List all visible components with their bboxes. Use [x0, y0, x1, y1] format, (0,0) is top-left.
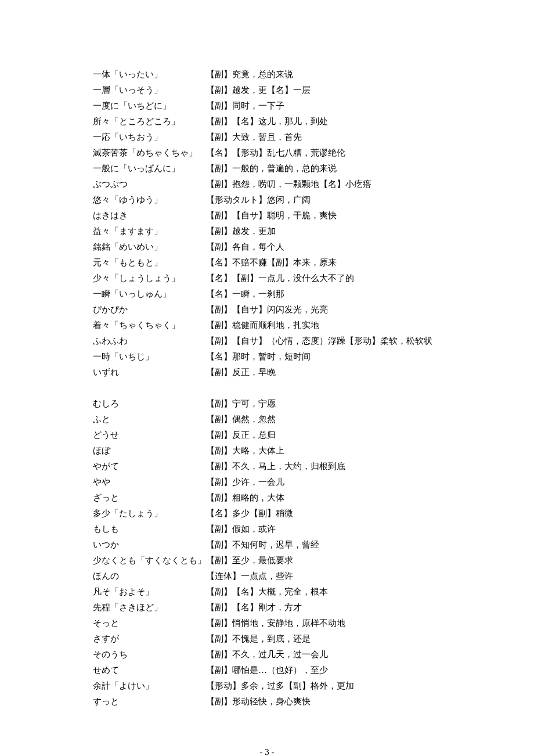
term: 凡そ「およそ」 — [93, 584, 206, 600]
definition: 【副】大致，暂且，首先 — [206, 129, 441, 145]
definition: 【副】偶然，忽然 — [206, 412, 441, 427]
vocabulary-entry: 一瞬「いっしゅん」【名】一瞬，一刹那 — [93, 286, 441, 302]
term: 滅茶苦茶「めちゃくちゃ」 — [93, 145, 206, 161]
term: ざっと — [93, 490, 206, 506]
term: 着々「ちゃくちゃく」 — [93, 318, 206, 333]
term: 一体「いったい」 — [93, 67, 206, 82]
definition: 【副】不愧是，到底，还是 — [206, 631, 441, 647]
vocabulary-entry: 一般に「いっぱんに」【副】一般的，普遍的，总的来说 — [93, 161, 441, 177]
term: 所々「ところどころ」 — [93, 114, 206, 129]
vocabulary-entry: むしろ【副】宁可，宁愿 — [93, 396, 441, 412]
definition: 【副】【自サ】（心情，态度）浮躁【形动】柔软，松软状 — [206, 333, 441, 349]
definition: 【副】稳健而顺利地，扎实地 — [206, 318, 441, 333]
vocabulary-entry: ぴかぴか【副】【自サ】闪闪发光，光亮 — [93, 302, 441, 318]
definition: 【名】【形动】乱七八糟，荒谬绝伦 — [206, 145, 441, 161]
vocabulary-list-b: むしろ【副】宁可，宁愿ふと【副】偶然，忽然どうせ【副】反正，总归ほぼ【副】大略，… — [93, 396, 441, 710]
definition: 【副】【名】这儿，那儿，到处 — [206, 114, 441, 129]
term: やがて — [93, 459, 206, 474]
vocabulary-entry: ほぼ【副】大略，大体上 — [93, 443, 441, 459]
definition: 【形动タルト】悠闲，广阔 — [206, 192, 441, 208]
vocabulary-entry: どうせ【副】反正，总归 — [93, 427, 441, 443]
vocabulary-entry: 銘銘「めいめい」【副】各自，每个人 — [93, 239, 441, 255]
definition: 【名】多少【副】稍微 — [206, 506, 441, 521]
definition: 【副】【自サ】闪闪发光，光亮 — [206, 302, 441, 318]
vocabulary-list-a: 一体「いったい」【副】究竟，总的来说一層「いっそう」【副】越发，更【名】一层一度… — [93, 67, 441, 380]
term: 一層「いっそう」 — [93, 82, 206, 98]
vocabulary-entry: 少々「しょうしょう」【名】【副】一点儿，没什么大不了的 — [93, 271, 441, 286]
section-spacer — [93, 380, 441, 396]
vocabulary-entry: 多少「たしょう」【名】多少【副】稍微 — [93, 506, 441, 521]
definition: 【副】形动轻快，身心爽快 — [206, 694, 441, 710]
term: もしも — [93, 521, 206, 537]
term: ほぼ — [93, 443, 206, 459]
term: そのうち — [93, 647, 206, 663]
term: はきはき — [93, 208, 206, 224]
term: 一応「いちおう」 — [93, 129, 206, 145]
definition: 【副】不知何时，迟早，曾经 — [206, 537, 441, 553]
term: ほんの — [93, 568, 206, 584]
vocabulary-entry: 着々「ちゃくちゃく」【副】稳健而顺利地，扎实地 — [93, 318, 441, 333]
definition: 【副】反正，总归 — [206, 427, 441, 443]
definition: 【副】粗略的，大体 — [206, 490, 441, 506]
term: 余計「よけい」 — [93, 678, 206, 694]
term: 一般に「いっぱんに」 — [93, 161, 206, 177]
term: どうせ — [93, 427, 206, 443]
vocabulary-entry: さすが【副】不愧是，到底，还是 — [93, 631, 441, 647]
definition: 【连体】一点点，些许 — [206, 568, 441, 584]
term: 一瞬「いっしゅん」 — [93, 286, 206, 302]
term: 一時「いちじ」 — [93, 349, 206, 365]
vocabulary-entry: ほんの【连体】一点点，些许 — [93, 568, 441, 584]
vocabulary-entry: ざっと【副】粗略的，大体 — [93, 490, 441, 506]
vocabulary-entry: そのうち【副】不久，过几天，过一会儿 — [93, 647, 441, 663]
definition: 【副】大略，大体上 — [206, 443, 441, 459]
term: せめて — [93, 663, 206, 678]
vocabulary-entry: いつか【副】不知何时，迟早，曾经 — [93, 537, 441, 553]
vocabulary-entry: 一体「いったい」【副】究竟，总的来说 — [93, 67, 441, 82]
definition: 【副】越发，更加 — [206, 224, 441, 239]
vocabulary-entry: はきはき【副】【自サ】聪明，干脆，爽快 — [93, 208, 441, 224]
vocabulary-entry: 一応「いちおう」【副】大致，暂且，首先 — [93, 129, 441, 145]
definition: 【副】哪怕是…（也好），至少 — [206, 663, 441, 678]
vocabulary-entry: 悠々「ゆうゆう」【形动タルト】悠闲，广阔 — [93, 192, 441, 208]
vocabulary-entry: ふと【副】偶然，忽然 — [93, 412, 441, 427]
term: いずれ — [93, 365, 206, 380]
term: 元々「もともと」 — [93, 255, 206, 271]
definition: 【副】究竟，总的来说 — [206, 67, 441, 82]
definition: 【副】【自サ】聪明，干脆，爽快 — [206, 208, 441, 224]
vocabulary-entry: いずれ【副】反正，早晚 — [93, 365, 441, 380]
definition: 【副】越发，更【名】一层 — [206, 82, 441, 98]
definition: 【副】少许，一会儿 — [206, 474, 441, 490]
vocabulary-entry: ふわふわ【副】【自サ】（心情，态度）浮躁【形动】柔软，松软状 — [93, 333, 441, 349]
vocabulary-entry: 先程「さきほど」【副】【名】刚才，方才 — [93, 600, 441, 615]
vocabulary-entry: 元々「もともと」【名】不赔不赚【副】本来，原来 — [93, 255, 441, 271]
term: さすが — [93, 631, 206, 647]
vocabulary-entry: もしも【副】假如，或许 — [93, 521, 441, 537]
term: いつか — [93, 537, 206, 553]
definition: 【副】至少，最低要求 — [206, 553, 441, 568]
definition: 【副】宁可，宁愿 — [206, 396, 441, 412]
definition: 【名】那时，暂时，短时间 — [206, 349, 441, 365]
term: 益々「ますます」 — [93, 224, 206, 239]
vocabulary-entry: 一層「いっそう」【副】越发，更【名】一层 — [93, 82, 441, 98]
definition: 【副】各自，每个人 — [206, 239, 441, 255]
vocabulary-entry: やがて【副】不久，马上，大约，归根到底 — [93, 459, 441, 474]
vocabulary-entry: せめて【副】哪怕是…（也好），至少 — [93, 663, 441, 678]
vocabulary-entry: やや【副】少许，一会儿 — [93, 474, 441, 490]
definition: 【副】假如，或许 — [206, 521, 441, 537]
term: 少なくとも「すくなくとも」 — [93, 553, 206, 568]
definition: 【副】反正，早晚 — [206, 365, 441, 380]
definition: 【副】【名】刚才，方才 — [206, 600, 441, 615]
term: 少々「しょうしょう」 — [93, 271, 206, 286]
definition: 【副】不久，马上，大约，归根到底 — [206, 459, 441, 474]
term: 先程「さきほど」 — [93, 600, 206, 615]
vocabulary-entry: そっと【副】悄悄地，安静地，原样不动地 — [93, 615, 441, 631]
vocabulary-entry: 余計「よけい」【形动】多余，过多【副】格外，更加 — [93, 678, 441, 694]
term: そっと — [93, 615, 206, 631]
page-number: - 3 - — [93, 747, 441, 756]
definition: 【副】抱怨，唠叨，一颗颗地【名】小疙瘩 — [206, 177, 441, 192]
vocabulary-entry: 少なくとも「すくなくとも」【副】至少，最低要求 — [93, 553, 441, 568]
definition: 【副】【名】大概，完全，根本 — [206, 584, 441, 600]
vocabulary-entry: 所々「ところどころ」【副】【名】这儿，那儿，到处 — [93, 114, 441, 129]
term: やや — [93, 474, 206, 490]
vocabulary-entry: ぶつぶつ【副】抱怨，唠叨，一颗颗地【名】小疙瘩 — [93, 177, 441, 192]
